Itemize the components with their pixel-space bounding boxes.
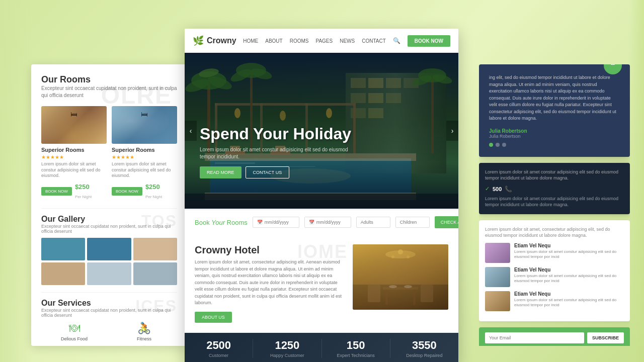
hero-prev-button[interactable]: ‹	[185, 121, 197, 141]
booking-label-start: Book	[195, 219, 211, 226]
gallery-item-3	[133, 238, 177, 260]
news-content-1: Etiam Vel Nequ Lorem ipsum dolor sit ame…	[514, 243, 624, 260]
nav-rooms[interactable]: ROOMS	[290, 38, 309, 44]
welcome-image-illustration	[353, 244, 448, 310]
stat-label-4: Desktop Repaired	[390, 353, 458, 358]
service-icon-1: 🍽	[41, 322, 107, 335]
svg-point-56	[404, 285, 412, 288]
nav-contact[interactable]: CONTACT	[362, 38, 386, 44]
main-panel: 🌿 Crowny HOME ABOUT ROOMS PAGES NEWS CON…	[185, 29, 458, 362]
svg-point-47	[398, 249, 403, 254]
gallery-item-1	[41, 238, 85, 260]
check-out-input[interactable]: 📅	[304, 217, 351, 228]
per-night-2: Per Night	[145, 195, 162, 199]
about-us-button[interactable]: ABOUT US	[195, 312, 232, 323]
right-stat-text2: Lorem ipsum dolor sit amet constur adipi…	[485, 196, 624, 208]
rooms-grid: 🛏 Superior Rooms ★★★★★ Lorem ipsum dolor…	[41, 106, 177, 200]
room-price-1: $250 Per Night	[75, 182, 92, 200]
room-card-1: 🛏 Superior Rooms ★★★★★ Lorem ipsum dolor…	[41, 106, 107, 200]
svg-rect-42	[185, 194, 458, 209]
stat-item-4: 3550 Desktop Repaired	[390, 339, 458, 358]
svg-rect-3	[368, 78, 383, 88]
hero-content: Spend Your Holiday Lorem ipsum dolor sit…	[200, 125, 351, 178]
newsletter-card: SUBSCRIBE	[479, 327, 630, 346]
contact-us-button[interactable]: CONTACT US	[246, 166, 290, 178]
svg-rect-53	[368, 285, 380, 302]
book-button-1[interactable]: BOOK NOW	[41, 187, 72, 196]
news-title-3: Etiam Vel Nequ	[514, 291, 624, 297]
service-item-4: 🌸 Beauty Spa	[111, 345, 177, 346]
svg-point-48	[391, 255, 394, 258]
stat-number-4: 3550	[390, 339, 458, 352]
dot-3[interactable]	[502, 143, 506, 147]
services-watermark: ICES	[135, 297, 177, 315]
subscribe-button[interactable]: SUBSCRIBE	[587, 332, 624, 343]
nav-about[interactable]: ABOUT	[265, 38, 282, 44]
svg-rect-50	[383, 287, 418, 290]
nav-news[interactable]: NEWS	[340, 38, 355, 44]
adults-input[interactable]	[356, 217, 390, 228]
services-grid: 🍽 Delious Food 🚴 Fitness 🍽 Inhouse Resta…	[41, 322, 177, 346]
news-image-2	[485, 267, 510, 287]
gallery-title: Our Gallery	[41, 215, 85, 223]
book-now-button[interactable]: BOOK NOW	[408, 35, 450, 47]
logo: 🌿 Crowny	[193, 35, 236, 46]
book-button-2[interactable]: BOOK NOW	[112, 187, 142, 196]
adults-field[interactable]	[361, 220, 386, 225]
navbar: 🌿 Crowny HOME ABOUT ROOMS PAGES NEWS CON…	[185, 29, 458, 53]
testimonial-card: ❝ ing elit, sed do eiusmod tempor incidi…	[479, 64, 630, 157]
children-field[interactable]	[400, 220, 425, 225]
hero-title: Spend Your Holiday	[200, 125, 351, 143]
room-desc-1: Lorem ipsum dolor sit amet constur adipi…	[41, 161, 107, 179]
stat-check-icon: ✓	[485, 186, 490, 192]
room-stars-1: ★★★★★	[41, 154, 107, 160]
room-stars-2: ★★★★★	[112, 154, 177, 160]
calendar-icon-2: 📅	[309, 220, 314, 225]
dot-1[interactable]	[489, 143, 493, 147]
price-value-2: $250	[145, 183, 160, 191]
hero-buttons: READ MORE CONTACT US	[200, 166, 351, 178]
booking-label: Book Your Rooms	[195, 219, 248, 226]
news-desc-3: Lorem ipsum dolor sit amet constur adipi…	[514, 298, 624, 308]
gallery-item-2	[87, 238, 131, 260]
svg-rect-11	[215, 103, 356, 106]
per-night-1: Per Night	[75, 195, 92, 199]
right-stat-row: ✓ 500 📞	[485, 186, 624, 193]
room-image-2: 🛏	[112, 106, 177, 144]
welcome-image	[353, 244, 448, 310]
search-icon[interactable]: 🔍	[393, 37, 400, 44]
testimonial-dots	[489, 143, 620, 147]
gallery-item-4	[41, 262, 85, 285]
testimonial-role: Julia Robertson	[489, 134, 620, 139]
children-input[interactable]	[395, 217, 430, 228]
newsletter-input[interactable]	[485, 332, 584, 343]
svg-rect-34	[431, 78, 434, 153]
gallery-watermark: TOS	[141, 212, 177, 230]
dot-2[interactable]	[496, 143, 500, 147]
service-item-2: 🚴 Fitness	[111, 322, 177, 341]
news-item-3: Etiam Vel Nequ Lorem ipsum dolor sit ame…	[485, 291, 624, 311]
quote-icon: ❝	[604, 64, 622, 74]
stat-phone-icon: 📞	[505, 186, 512, 193]
nav-home[interactable]: HOME	[243, 38, 258, 44]
stat-number-1: 2500	[185, 339, 253, 352]
service-item-3: 🍽 Inhouse Restaurant	[41, 345, 107, 346]
check-in-field[interactable]	[265, 220, 295, 225]
news-desc-1: Lorem ipsum dolor sit amet constur adipi…	[514, 249, 624, 260]
nav-pages[interactable]: PAGES	[315, 38, 333, 44]
welcome-title: Crowny Hotel	[195, 244, 260, 255]
svg-rect-15	[353, 103, 356, 153]
hero-next-button[interactable]: ›	[446, 121, 458, 141]
service-name-1: Delious Food	[41, 336, 107, 341]
check-in-input[interactable]: 📅	[253, 217, 299, 228]
svg-point-49	[407, 255, 410, 258]
svg-point-18	[326, 108, 332, 118]
check-availability-button[interactable]: CHECK AVAILABILITY	[435, 216, 458, 228]
check-out-field[interactable]	[316, 220, 347, 225]
service-icon-3: 🍽	[41, 345, 107, 346]
read-more-button[interactable]: READ MORE	[200, 166, 242, 178]
right-panel: ❝ ing elit, sed do eiusmod tempor incidi…	[479, 64, 630, 346]
room-desc-2: Lorem ipsum dolor sit amet constur adipi…	[112, 161, 177, 179]
service-icon-2: 🚴	[111, 322, 177, 335]
stat-number-3: 150	[322, 339, 390, 352]
